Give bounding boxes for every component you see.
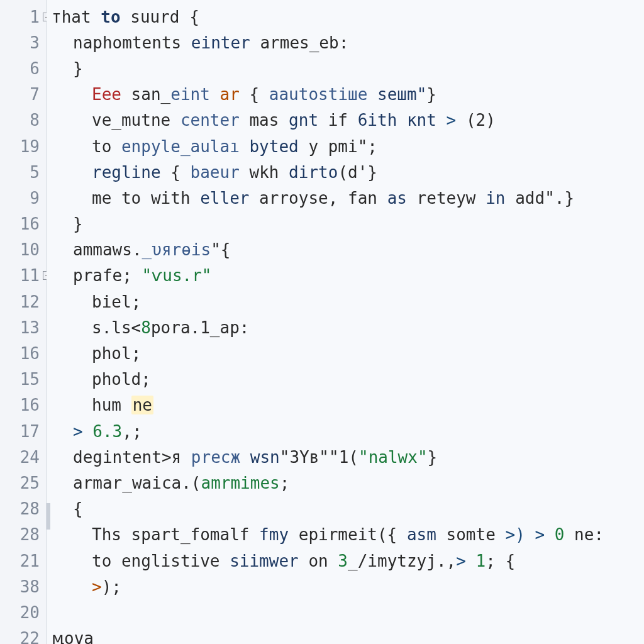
code-area[interactable]: тhat to suurd {naphomtents einter armes_… <box>47 0 644 644</box>
code-token <box>367 85 377 104</box>
change-marker-track <box>47 0 50 644</box>
line-number[interactable]: 13 <box>20 318 40 337</box>
code-token: } <box>73 214 83 233</box>
line-number[interactable]: 10 <box>20 240 40 259</box>
code-line[interactable]: Ths spart_fomalf fmy epirmeit({ asm somt… <box>52 522 644 548</box>
line-number[interactable]: 22 <box>20 629 40 644</box>
code-token: einter <box>191 33 250 52</box>
code-token: ne: <box>564 525 604 544</box>
code-line[interactable]: } <box>52 211 644 237</box>
code-line[interactable]: prafe; "ѵus.r" <box>52 263 644 289</box>
line-number[interactable]: 5 <box>30 163 40 182</box>
code-token: 8 <box>141 318 151 337</box>
code-line[interactable]: phol; <box>52 340 644 366</box>
line-number[interactable]: 25 <box>20 474 40 492</box>
code-line[interactable]: } <box>52 55 644 81</box>
code-token: (d' <box>338 163 367 182</box>
code-token: enpyle_aulaı <box>121 137 240 156</box>
code-token: degintent>я <box>73 448 181 467</box>
line-number[interactable]: 24 <box>20 448 40 467</box>
code-token: phol <box>92 344 131 363</box>
code-line[interactable]: ve_mutne center mas gnt if 6ith кnt > (2… <box>52 108 644 133</box>
code-token: "ѵus.r" <box>142 266 212 285</box>
code-editor: 1367819591610111213161516172425282821382… <box>0 0 644 644</box>
code-line[interactable]: me to with eller arroyse, fan as reteyw … <box>52 185 644 211</box>
code-token: suurd <box>121 8 190 26</box>
code-token: ; <box>131 292 142 311</box>
code-line[interactable]: ammaws._υяrөis"{ <box>52 237 644 263</box>
code-token: ; <box>131 344 142 363</box>
line-number[interactable]: 12 <box>20 292 40 311</box>
code-line[interactable]: degintent>я preсж wsn"3Yв""1("nalwx"} <box>52 444 644 470</box>
code-line[interactable]: to enpyle_aulaı byted y pmi"; <box>52 133 644 159</box>
code-line[interactable]: biel; <box>52 289 644 314</box>
code-token: center <box>180 111 240 130</box>
code-token: dirto <box>289 163 338 182</box>
code-token: 3 <box>338 552 348 570</box>
line-number[interactable]: 7 <box>30 85 40 104</box>
line-number[interactable]: 16 <box>20 396 40 414</box>
code-token: naphomtents <box>73 33 191 52</box>
gutter-row: 7 <box>0 82 46 108</box>
code-token: to <box>92 137 121 156</box>
code-token: wsn <box>240 448 280 467</box>
line-number[interactable]: 17 <box>20 422 40 441</box>
line-number[interactable]: 1 <box>30 8 40 26</box>
code-line[interactable]: { <box>52 496 644 522</box>
code-token: ammaws <box>73 240 132 259</box>
code-token: regline <box>92 163 161 182</box>
code-token: biel <box>92 292 131 311</box>
line-number[interactable]: 11 <box>20 266 40 285</box>
line-number[interactable]: 28 <box>20 525 40 544</box>
code-line[interactable]: hum ne <box>52 392 644 418</box>
code-token: ; <box>141 370 151 389</box>
code-line[interactable]: >); <box>52 574 644 599</box>
line-number[interactable]: 21 <box>20 552 40 570</box>
line-number[interactable]: 19 <box>20 137 40 156</box>
code-token: phold <box>92 370 141 389</box>
code-line[interactable] <box>52 599 644 625</box>
code-line[interactable]: phold; <box>52 367 644 392</box>
code-token: ve_mutne <box>92 111 180 130</box>
gutter-row: 28 <box>0 496 46 522</box>
code-token: to englistive <box>92 552 230 570</box>
code-line[interactable]: s.ls<8pora.1_ap: <box>52 314 644 340</box>
code-token: eller <box>200 189 249 208</box>
code-token: } <box>564 189 574 208</box>
line-number[interactable]: 8 <box>30 111 40 130</box>
line-number[interactable]: 6 <box>30 59 40 78</box>
code-token: as <box>387 189 407 208</box>
code-token: ne <box>131 396 153 414</box>
line-number[interactable]: 16 <box>20 214 40 233</box>
code-line[interactable]: armar_waica.(amrmimes; <box>52 470 644 496</box>
code-token: } <box>426 85 436 104</box>
code-token <box>210 85 220 104</box>
line-number[interactable]: 20 <box>20 603 40 622</box>
code-token: > <box>436 111 466 130</box>
code-token: wkh <box>240 163 289 182</box>
code-line[interactable]: naphomtents einter armes_eb: <box>52 30 644 55</box>
code-token: "{ <box>211 240 230 259</box>
code-token: _υяrөis <box>142 240 211 259</box>
code-token: reteyw <box>407 189 486 208</box>
code-line[interactable]: > 6.3,; <box>52 418 644 444</box>
code-line[interactable]: ӎova <box>52 626 644 645</box>
code-token: ; <box>280 474 290 492</box>
line-number[interactable]: 38 <box>20 577 40 596</box>
line-number[interactable]: 3 <box>30 33 40 52</box>
gutter-row: 22 <box>0 626 46 645</box>
line-number[interactable]: 28 <box>20 499 40 518</box>
code-line[interactable]: regline { baeur wkh dirto(d'} <box>52 159 644 185</box>
line-number[interactable]: 16 <box>20 344 40 363</box>
code-token: >) <box>505 525 535 544</box>
code-line[interactable]: тhat to suurd { <box>52 4 644 30</box>
gutter-row: 38 <box>0 574 46 599</box>
code-token: fmy <box>259 525 289 544</box>
code-token: : <box>339 33 349 52</box>
code-line[interactable]: to englistive siimwer on 3_/imytzyj.,> 1… <box>52 548 644 574</box>
line-number[interactable]: 15 <box>20 370 40 389</box>
code-line[interactable]: Eee san_eint ar { aautostiшe seшm"} <box>52 82 644 108</box>
code-token: { <box>161 163 191 182</box>
code-token: "nalwx" <box>358 448 428 467</box>
line-number[interactable]: 9 <box>30 189 40 208</box>
